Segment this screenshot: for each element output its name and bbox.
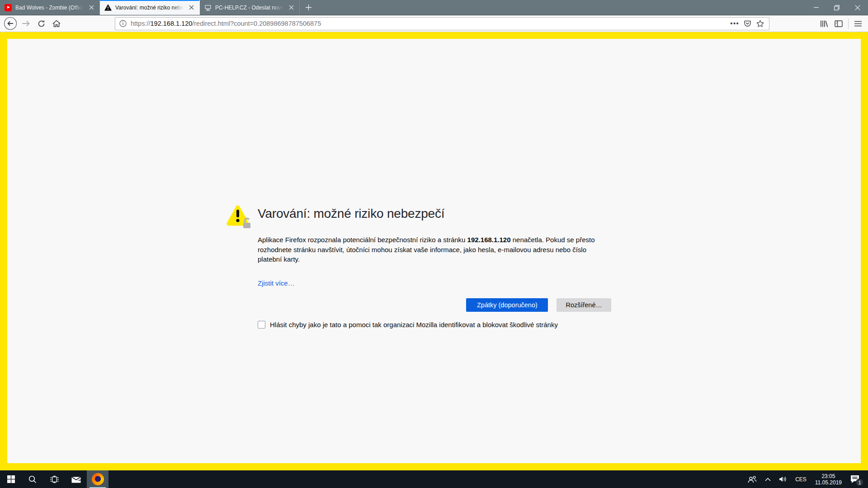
system-tray: CES 23:05 11.05.2019 1 [744, 470, 868, 488]
clock-time: 23:05 [821, 473, 835, 479]
taskbar-empty-area [108, 470, 744, 488]
restore-button[interactable] [826, 0, 847, 15]
go-back-button[interactable]: Zpátky (doporučeno) [466, 298, 548, 312]
titlebar-drag-area [316, 0, 806, 15]
tab-youtube[interactable]: Bad Wolves - Zombie (Official Vi [0, 0, 100, 15]
report-error-checkbox[interactable] [258, 321, 265, 328]
report-error-label: Hlásit chyby jako je tato a pomoci tak o… [270, 321, 558, 329]
taskbar: CES 23:05 11.05.2019 1 [0, 470, 868, 488]
error-host: 192.168.1.120 [467, 236, 511, 244]
window-controls [806, 0, 868, 15]
warning-icon [104, 4, 112, 11]
toolbar-separator [848, 19, 849, 28]
sidebar-toggle-icon[interactable] [831, 17, 846, 30]
tab-title: Varování: možné riziko nebezpe [115, 5, 185, 11]
close-window-button[interactable] [847, 0, 868, 15]
cert-error-container: Varování: možné riziko nebezpečí Aplikac… [258, 206, 611, 329]
close-icon[interactable] [287, 3, 296, 12]
mail-button[interactable] [65, 470, 87, 488]
firefox-icon [92, 473, 104, 485]
computer-icon [204, 4, 212, 11]
library-icon[interactable] [817, 17, 831, 30]
error-description: Aplikace Firefox rozpoznala potenciální … [258, 235, 611, 264]
forward-button[interactable] [19, 17, 33, 30]
url-host: 192.168.1.120 [151, 20, 193, 27]
error-page: Varování: možné riziko nebezpečí Aplikac… [7, 39, 861, 463]
tab-warning-active[interactable]: Varování: možné riziko nebezpe [100, 0, 200, 15]
back-button[interactable] [3, 17, 18, 30]
browser-window: Bad Wolves - Zombie (Official Vi Varován… [0, 0, 868, 488]
error-title: Varování: možné riziko nebezpečí [258, 206, 611, 221]
search-button[interactable] [22, 470, 43, 488]
notification-badge: 1 [856, 479, 863, 486]
navigation-toolbar: https://192.168.1.120/redirect.html?coun… [0, 15, 868, 32]
flexible-space [64, 23, 115, 24]
clock-date: 11.05.2019 [815, 479, 842, 486]
volume-icon[interactable] [775, 470, 791, 488]
learn-more-link[interactable]: Zjistit více… [258, 279, 295, 287]
page-viewport: Varování: možné riziko nebezpečí Aplikac… [0, 32, 868, 470]
tab-title: Bad Wolves - Zombie (Official Vi [15, 5, 85, 11]
warning-lock-icon [226, 205, 251, 230]
page-actions-icon[interactable]: ••• [728, 18, 741, 29]
bookmark-star-icon[interactable] [754, 18, 766, 29]
people-icon[interactable] [744, 470, 761, 488]
url-text[interactable]: https://192.168.1.120/redirect.html?coun… [128, 20, 728, 27]
new-tab-button[interactable] [301, 0, 316, 15]
advanced-button[interactable]: Rozšířené… [557, 298, 611, 312]
tab-pchelp[interactable]: PC-HELP.CZ - Odeslat nové tém [200, 0, 300, 15]
site-info-icon[interactable] [118, 20, 128, 27]
pocket-icon[interactable] [741, 18, 754, 29]
report-error-row: Hlásit chyby jako je tato a pomoci tak o… [258, 321, 611, 329]
start-button[interactable] [0, 470, 22, 488]
url-scheme: https:// [131, 20, 151, 27]
home-button[interactable] [49, 17, 64, 30]
youtube-icon [5, 4, 12, 11]
menu-hamburger-icon[interactable] [851, 17, 865, 30]
task-view-button[interactable] [43, 470, 65, 488]
url-path: /redirect.html?count=0.20898698787506875 [192, 20, 321, 27]
hidden-icons-chevron[interactable] [761, 470, 775, 488]
language-indicator[interactable]: CES [791, 470, 811, 488]
url-bar[interactable]: https://192.168.1.120/redirect.html?coun… [115, 17, 769, 30]
taskbar-clock[interactable]: 23:05 11.05.2019 [811, 470, 846, 488]
close-icon[interactable] [87, 3, 96, 12]
close-icon[interactable] [187, 3, 196, 12]
error-buttons-row: Zpátky (doporučeno) Rozšířené… [258, 298, 611, 312]
tab-title: PC-HELP.CZ - Odeslat nové tém [215, 5, 285, 11]
reload-button[interactable] [34, 17, 48, 30]
minimize-button[interactable] [806, 0, 826, 15]
tab-strip: Bad Wolves - Zombie (Official Vi Varován… [0, 0, 868, 15]
firefox-taskbar-button[interactable] [87, 470, 108, 488]
action-center-button[interactable]: 1 [846, 470, 866, 488]
